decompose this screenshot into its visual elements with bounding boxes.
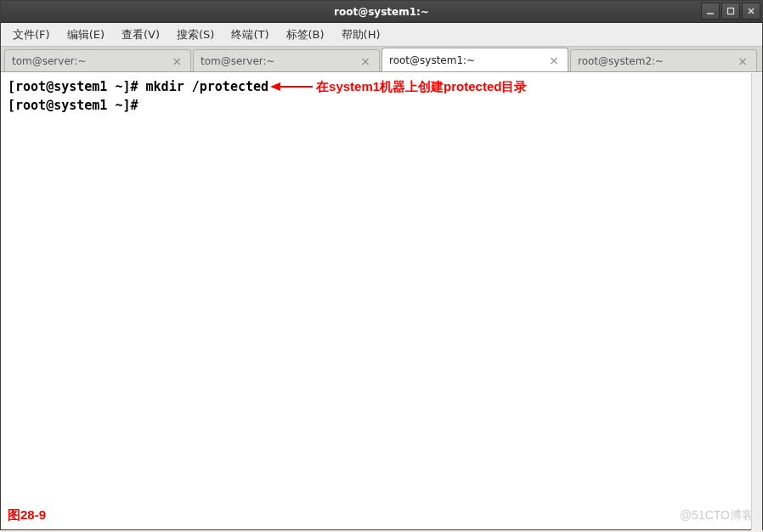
annotation: 在system1机器上创建protected目录 — [268, 77, 527, 96]
tab-item-active[interactable]: root@system1:~ × — [382, 48, 568, 71]
terminal-line: [root@system1 ~]# — [8, 96, 755, 115]
menubar: 文件(F) 编辑(E) 查看(V) 搜索(S) 终端(T) 标签(B) 帮助(H… — [1, 23, 762, 47]
window-controls — [701, 3, 760, 20]
prompt: [root@system1 ~]# — [8, 96, 146, 115]
minimize-button[interactable] — [701, 3, 720, 20]
tab-label: root@system1:~ — [389, 54, 475, 66]
annotation-text: 在system1机器上创建protected目录 — [316, 77, 527, 96]
tab-item[interactable]: root@system2:~ × — [570, 49, 757, 71]
vertical-scrollbar[interactable] — [751, 73, 762, 530]
menu-help[interactable]: 帮助(H) — [333, 24, 389, 46]
close-icon — [747, 7, 755, 15]
watermark: @51CTO博客 — [680, 506, 754, 524]
menu-terminal[interactable]: 终端(T) — [223, 24, 277, 46]
terminal-body[interactable]: [root@system1 ~]# mkdir /protected 在syst… — [1, 72, 762, 529]
command: mkdir /protected — [146, 77, 269, 96]
tabbar: tom@server:~ × tom@server:~ × root@syste… — [1, 47, 762, 72]
menu-edit[interactable]: 编辑(E) — [59, 24, 113, 46]
tab-item[interactable]: tom@server:~ × — [193, 49, 380, 71]
svg-rect-1 — [728, 8, 734, 14]
svg-marker-5 — [270, 82, 280, 91]
tab-close-icon[interactable]: × — [736, 54, 749, 68]
minimize-icon — [706, 7, 715, 15]
terminal-window: root@system1:~ 文件(F) 编辑(E) 查看(V) 搜索(S) 终… — [0, 0, 763, 530]
menu-tabs[interactable]: 标签(B) — [278, 24, 333, 46]
prompt: [root@system1 ~]# — [8, 77, 146, 96]
tab-close-icon[interactable]: × — [170, 54, 184, 68]
maximize-icon — [726, 7, 735, 15]
tab-close-icon[interactable]: × — [547, 54, 561, 67]
tab-close-icon[interactable]: × — [359, 54, 372, 68]
tab-label: root@system2:~ — [578, 55, 664, 67]
figure-label: 图28-9 — [8, 506, 46, 524]
titlebar: root@system1:~ — [1, 1, 762, 23]
window-title: root@system1:~ — [334, 6, 429, 18]
arrow-left-icon — [270, 80, 313, 93]
menu-file[interactable]: 文件(F) — [4, 24, 59, 46]
terminal-line: [root@system1 ~]# mkdir /protected 在syst… — [8, 77, 755, 96]
tab-item[interactable]: tom@server:~ × — [4, 49, 191, 71]
menu-view[interactable]: 查看(V) — [113, 24, 168, 46]
maximize-button[interactable] — [721, 3, 740, 20]
menu-search[interactable]: 搜索(S) — [168, 24, 223, 46]
tab-label: tom@server:~ — [201, 55, 275, 67]
tab-label: tom@server:~ — [12, 55, 87, 67]
close-button[interactable] — [742, 3, 760, 20]
